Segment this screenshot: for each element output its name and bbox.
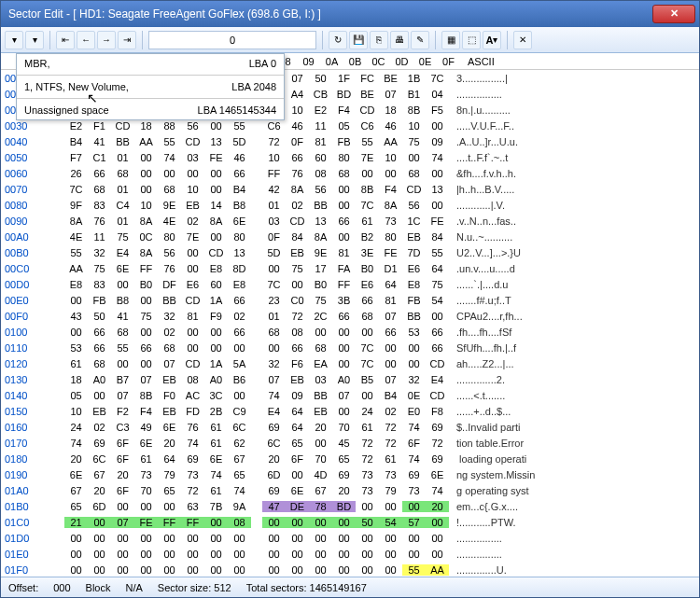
hex-byte[interactable]: 6C: [88, 453, 111, 465]
hex-byte[interactable]: 8A: [134, 247, 158, 258]
hex-byte[interactable]: 50: [309, 73, 332, 84]
hex-byte[interactable]: 69: [402, 469, 426, 480]
hex-byte[interactable]: 74: [426, 485, 449, 496]
hex-byte[interactable]: 02: [181, 216, 204, 227]
hex-byte[interactable]: 03: [262, 216, 286, 227]
hex-byte[interactable]: 02: [88, 422, 111, 433]
hex-byte[interactable]: 00: [379, 549, 402, 560]
hex-byte[interactable]: 00: [332, 358, 356, 369]
hex-byte[interactable]: FC: [356, 73, 379, 84]
hex-byte[interactable]: CB: [309, 89, 332, 100]
hex-byte[interactable]: 84: [426, 231, 449, 243]
hex-byte[interactable]: E8: [64, 279, 88, 290]
hex-byte[interactable]: 00: [309, 517, 332, 528]
print-button[interactable]: 🖶: [390, 31, 409, 49]
hex-byte[interactable]: 83: [88, 200, 111, 211]
hex-byte[interactable]: 09: [286, 390, 309, 401]
hex-byte[interactable]: FF: [158, 517, 181, 528]
hex-byte[interactable]: 20: [158, 438, 181, 449]
hex-byte[interactable]: 4E: [158, 216, 181, 227]
hex-byte[interactable]: 2C: [309, 311, 332, 322]
hex-byte[interactable]: B4: [64, 136, 88, 147]
hex-byte[interactable]: 00: [402, 342, 426, 354]
hex-byte[interactable]: 68: [332, 168, 356, 179]
hex-byte[interactable]: 07: [262, 374, 286, 385]
hex-byte[interactable]: 10: [134, 200, 158, 211]
hex-byte[interactable]: 72: [356, 453, 379, 465]
hex-byte[interactable]: 3B: [332, 295, 356, 306]
hex-byte[interactable]: CD: [286, 216, 309, 227]
hex-byte[interactable]: 07: [379, 311, 402, 322]
hex-byte[interactable]: 61: [356, 216, 379, 227]
hex-byte[interactable]: 53: [402, 327, 426, 338]
hex-byte[interactable]: 03: [181, 152, 204, 163]
hex-byte[interactable]: 8A: [134, 216, 158, 227]
hex-byte[interactable]: 66: [134, 342, 158, 354]
hex-byte[interactable]: B6: [228, 374, 251, 385]
hex-byte[interactable]: 00: [309, 438, 332, 449]
hex-byte[interactable]: 75: [134, 311, 158, 322]
hex-byte[interactable]: 00: [426, 120, 449, 132]
hex-byte[interactable]: 73: [181, 469, 204, 480]
hex-byte[interactable]: C0: [286, 295, 309, 306]
hex-byte[interactable]: E6: [402, 263, 426, 274]
hex-byte[interactable]: BB: [309, 390, 332, 401]
hex-byte[interactable]: 72: [356, 438, 379, 449]
hex-byte[interactable]: 68: [111, 327, 134, 338]
hex-byte[interactable]: 0F: [262, 231, 286, 243]
hex-byte[interactable]: 41: [111, 311, 134, 322]
hex-byte[interactable]: 0C: [134, 231, 158, 243]
hex-byte[interactable]: 00: [204, 184, 228, 195]
hex-byte[interactable]: 00: [402, 501, 426, 512]
hex-byte[interactable]: 00: [262, 549, 286, 560]
hex-byte[interactable]: 1A: [204, 295, 228, 306]
hex-byte[interactable]: 00: [181, 247, 204, 258]
hex-byte[interactable]: EB: [88, 406, 111, 417]
hex-byte[interactable]: 11: [88, 231, 111, 243]
hex-byte[interactable]: AA: [379, 136, 402, 147]
hex-byte[interactable]: FE: [426, 216, 449, 227]
hex-byte[interactable]: 00: [204, 549, 228, 560]
copy-button[interactable]: ⎘: [370, 31, 388, 49]
hex-byte[interactable]: CD: [181, 358, 204, 369]
hex-byte[interactable]: 50: [356, 517, 379, 528]
hex-byte[interactable]: E6: [356, 279, 379, 290]
hex-byte[interactable]: 13: [228, 247, 251, 258]
hex-byte[interactable]: F5: [426, 104, 449, 116]
hex-byte[interactable]: 20: [64, 453, 88, 465]
hex-byte[interactable]: B8: [111, 295, 134, 306]
hex-byte[interactable]: B0: [134, 279, 158, 290]
edit-button[interactable]: ✎: [411, 31, 429, 49]
hex-byte[interactable]: 00: [309, 327, 332, 338]
hex-byte[interactable]: B4: [228, 184, 251, 195]
hex-byte[interactable]: 46: [286, 120, 309, 132]
hex-byte[interactable]: 73: [402, 485, 426, 496]
hex-byte[interactable]: 00: [111, 279, 134, 290]
hex-byte[interactable]: 64: [426, 263, 449, 274]
hex-byte[interactable]: 00: [332, 342, 356, 354]
hex-byte[interactable]: 6E: [134, 438, 158, 449]
hex-byte[interactable]: BB: [309, 200, 332, 211]
hex-byte[interactable]: 62: [228, 438, 251, 449]
hex-byte[interactable]: 70: [134, 485, 158, 496]
hex-byte[interactable]: 42: [262, 184, 286, 195]
hex-byte[interactable]: FF: [134, 263, 158, 274]
hex-byte[interactable]: 07: [134, 374, 158, 385]
hex-byte[interactable]: 01: [111, 184, 134, 195]
hex-byte[interactable]: 79: [379, 485, 402, 496]
hex-byte[interactable]: 68: [262, 327, 286, 338]
hex-byte[interactable]: 18: [64, 374, 88, 385]
hex-byte[interactable]: 00: [286, 564, 309, 576]
hex-byte[interactable]: 80: [332, 152, 356, 163]
hex-byte[interactable]: 5D: [228, 136, 251, 147]
hex-byte[interactable]: BD: [332, 501, 356, 512]
hex-byte[interactable]: 00: [332, 564, 356, 576]
hex-byte[interactable]: 00: [88, 517, 111, 528]
hex-byte[interactable]: 00: [426, 311, 449, 322]
hex-byte[interactable]: CD: [426, 358, 449, 369]
hex-byte[interactable]: 32: [158, 311, 181, 322]
hex-byte[interactable]: 00: [379, 342, 402, 354]
hex-byte[interactable]: 73: [134, 469, 158, 480]
hex-byte[interactable]: 00: [88, 390, 111, 401]
hex-byte[interactable]: 00: [332, 549, 356, 560]
